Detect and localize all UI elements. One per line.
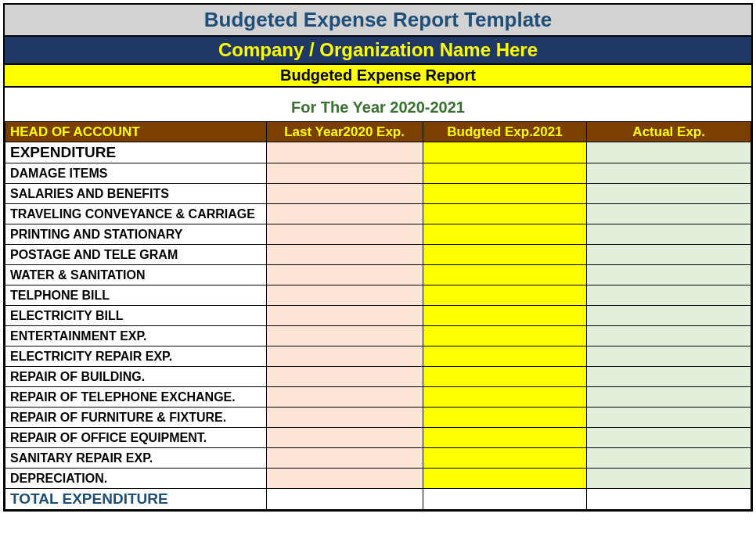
- last-year-cell[interactable]: [266, 163, 423, 184]
- table-row: DEPRECIATION.: [5, 469, 751, 489]
- row-label: TRAVELING CONVEYANCE & CARRIAGE: [5, 204, 267, 224]
- section-header-label: EXPENDITURE: [5, 142, 267, 163]
- row-label: REPAIR OF TELEPHONE EXCHANGE.: [5, 387, 267, 408]
- budgeted-cell[interactable]: [423, 346, 587, 367]
- table-row: REPAIR OF BUILDING.: [5, 367, 751, 387]
- actual-cell[interactable]: [587, 408, 751, 428]
- section-actual-cell[interactable]: [587, 142, 751, 163]
- budgeted-cell[interactable]: [423, 306, 587, 326]
- last-year-cell[interactable]: [266, 346, 423, 367]
- col-head-last-year: Last Year2020 Exp.: [266, 122, 423, 142]
- template-title: Budgeted Expense Report Template: [5, 8, 751, 32]
- row-label: DEPRECIATION.: [5, 469, 267, 489]
- table-row: WATER & SANITATION: [5, 265, 751, 285]
- last-year-cell[interactable]: [266, 367, 423, 387]
- row-label: ENTERTAINMENT EXP.: [5, 326, 267, 346]
- budgeted-cell[interactable]: [423, 387, 587, 408]
- budgeted-cell[interactable]: [423, 428, 587, 448]
- budgeted-cell[interactable]: [423, 469, 587, 489]
- row-label: PRINTING AND STATIONARY: [5, 224, 267, 245]
- total-budget-cell: [423, 489, 587, 510]
- actual-cell[interactable]: [587, 346, 751, 367]
- company-name-bar: Company / Organization Name Here: [5, 37, 751, 65]
- row-label: POSTAGE AND TELE GRAM: [5, 245, 267, 265]
- budgeted-cell[interactable]: [423, 265, 587, 285]
- total-row: TOTAL EXPENDITURE: [5, 489, 751, 510]
- actual-cell[interactable]: [587, 184, 751, 204]
- table-row: ELECTRICITY BILL: [5, 306, 751, 326]
- budgeted-cell[interactable]: [423, 245, 587, 265]
- actual-cell[interactable]: [587, 326, 751, 346]
- last-year-cell[interactable]: [266, 285, 423, 306]
- budgeted-cell[interactable]: [423, 448, 587, 469]
- budgeted-cell[interactable]: [423, 408, 587, 428]
- row-label: REPAIR OF OFFICE EQUIPMENT.: [5, 428, 267, 448]
- last-year-cell[interactable]: [266, 326, 423, 346]
- report-container: Budgeted Expense Report Template Company…: [3, 3, 753, 512]
- total-actual-cell: [587, 489, 751, 510]
- template-title-bar: Budgeted Expense Report Template: [5, 5, 751, 37]
- last-year-cell[interactable]: [266, 306, 423, 326]
- budgeted-cell[interactable]: [423, 367, 587, 387]
- budgeted-cell[interactable]: [423, 224, 587, 245]
- col-head-actual: Actual Exp.: [587, 122, 751, 142]
- table-row: TELPHONE BILL: [5, 285, 751, 306]
- actual-cell[interactable]: [587, 204, 751, 224]
- table-row: PRINTING AND STATIONARY: [5, 224, 751, 245]
- last-year-cell[interactable]: [266, 387, 423, 408]
- last-year-cell[interactable]: [266, 428, 423, 448]
- company-name-placeholder[interactable]: Company / Organization Name Here: [5, 39, 751, 61]
- actual-cell[interactable]: [587, 163, 751, 184]
- last-year-cell[interactable]: [266, 265, 423, 285]
- last-year-cell[interactable]: [266, 184, 423, 204]
- row-label: WATER & SANITATION: [5, 265, 267, 285]
- budgeted-cell[interactable]: [423, 285, 587, 306]
- row-label: REPAIR OF FURNITURE & FIXTURE.: [5, 408, 267, 428]
- table-row: REPAIR OF OFFICE EQUIPMENT.: [5, 428, 751, 448]
- table-row: ELECTRICITY REPAIR EXP.: [5, 346, 751, 367]
- report-title-bar: Budgeted Expense Report: [5, 65, 751, 88]
- budgeted-cell[interactable]: [423, 204, 587, 224]
- last-year-cell[interactable]: [266, 245, 423, 265]
- actual-cell[interactable]: [587, 448, 751, 469]
- last-year-cell[interactable]: [266, 224, 423, 245]
- section-last-cell[interactable]: [266, 142, 423, 163]
- section-budget-cell[interactable]: [423, 142, 587, 163]
- table-row: TRAVELING CONVEYANCE & CARRIAGE: [5, 204, 751, 224]
- table-row: DAMAGE ITEMS: [5, 163, 751, 184]
- table-row: ENTERTAINMENT EXP.: [5, 326, 751, 346]
- section-header-row: EXPENDITURE: [5, 142, 751, 163]
- table-row: SANITARY REPAIR EXP.: [5, 448, 751, 469]
- last-year-cell[interactable]: [266, 448, 423, 469]
- actual-cell[interactable]: [587, 224, 751, 245]
- budgeted-cell[interactable]: [423, 184, 587, 204]
- row-label: REPAIR OF BUILDING.: [5, 367, 267, 387]
- total-last-cell: [266, 489, 423, 510]
- actual-cell[interactable]: [587, 245, 751, 265]
- col-head-budgeted: Budgted Exp.2021: [423, 122, 587, 142]
- year-line-bar: For The Year 2020-2021: [5, 88, 751, 121]
- table-row: SALARIES AND BENEFITS: [5, 184, 751, 204]
- last-year-cell[interactable]: [266, 408, 423, 428]
- actual-cell[interactable]: [587, 428, 751, 448]
- last-year-cell[interactable]: [266, 469, 423, 489]
- actual-cell[interactable]: [587, 306, 751, 326]
- column-header-row: HEAD OF ACCOUNT Last Year2020 Exp. Budgt…: [5, 122, 751, 142]
- row-label: DAMAGE ITEMS: [5, 163, 267, 184]
- budgeted-cell[interactable]: [423, 163, 587, 184]
- actual-cell[interactable]: [587, 285, 751, 306]
- actual-cell[interactable]: [587, 265, 751, 285]
- budgeted-cell[interactable]: [423, 326, 587, 346]
- row-label: ELECTRICITY BILL: [5, 306, 267, 326]
- table-row: REPAIR OF FURNITURE & FIXTURE.: [5, 408, 751, 428]
- report-title: Budgeted Expense Report: [5, 66, 751, 84]
- table-row: REPAIR OF TELEPHONE EXCHANGE.: [5, 387, 751, 408]
- actual-cell[interactable]: [587, 387, 751, 408]
- row-label: TELPHONE BILL: [5, 285, 267, 306]
- row-label: SALARIES AND BENEFITS: [5, 184, 267, 204]
- table-row: POSTAGE AND TELE GRAM: [5, 245, 751, 265]
- actual-cell[interactable]: [587, 469, 751, 489]
- actual-cell[interactable]: [587, 367, 751, 387]
- last-year-cell[interactable]: [266, 204, 423, 224]
- year-line: For The Year 2020-2021: [5, 99, 751, 117]
